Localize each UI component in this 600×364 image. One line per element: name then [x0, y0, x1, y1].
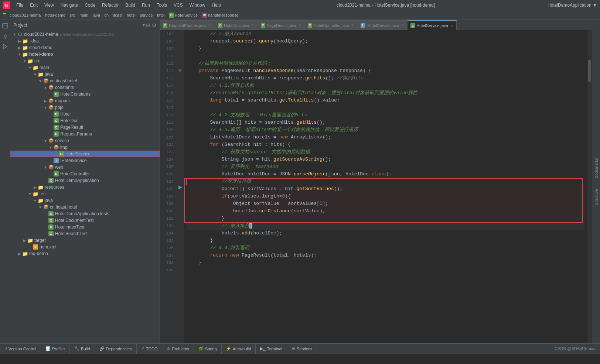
menu-code[interactable]: Code [82, 2, 98, 8]
tab-ihotelservice[interactable]: I IHotelService.java ✕ [358, 20, 408, 30]
collapse-all-icon[interactable]: ⊟ [146, 22, 150, 28]
tree-resources[interactable]: ▶ 📁 resources [10, 184, 160, 190]
code-line-128: Object[] sortValues = hit.getSortValues(… [187, 185, 584, 193]
sidebar-project-icon[interactable] [1, 21, 10, 30]
tree-hoteldoctest[interactable]: C HotelDocumentTest [10, 217, 160, 224]
scroll-track[interactable] [587, 30, 592, 343]
tree-hoteldemoapp[interactable]: C HotelDemoApplication [10, 177, 160, 184]
menu-edit[interactable]: Edit [27, 2, 41, 8]
tab-hotelcontroller[interactable]: C HotelController.java ✕ [305, 20, 358, 30]
tree-pojo[interactable]: ▼ 📦 pojo [10, 104, 160, 111]
tree-root[interactable]: ▼ ⬡ cloud2021-heima E:\idea-workspace\cl… [10, 31, 160, 38]
tree-hotelsearchtest-label: HotelSearchTest [55, 231, 88, 236]
tree-web[interactable]: ▼ 📦 web [10, 164, 160, 171]
menu-vcs[interactable]: VCS [171, 2, 186, 8]
spring-btn[interactable]: 🌿 Spring [194, 344, 222, 354]
breadcrumb-service[interactable]: service [140, 13, 153, 17]
tree-cn-itcast[interactable]: ▼ 📦 cn.itcast.hotel [10, 78, 160, 84]
tree-ihotelservice[interactable]: I IHotelService [10, 157, 160, 164]
build-btn[interactable]: 🔨 Build [70, 344, 95, 354]
tree-hotelcontroller[interactable]: C HotelController [10, 171, 160, 177]
breadcrumb-method[interactable]: handleResponse [208, 13, 239, 17]
tree-main[interactable]: ▼ 📁 main [10, 64, 160, 71]
sidebar-bookmarks-label[interactable]: Bookmarks [593, 157, 599, 180]
tree-arrow: ▶ [33, 185, 38, 189]
tree-java[interactable]: ▼ 📁 java [10, 71, 160, 78]
tree-hotelconstants[interactable]: C HotelConstants [10, 91, 160, 97]
version-control-btn[interactable]: ⑂ Version Control [0, 344, 41, 354]
tab-close-icon[interactable]: ✕ [351, 23, 354, 27]
tree-hotel-demo[interactable]: ▼ 📁 hotel-demo [10, 51, 160, 58]
tree-hotelsearchtest[interactable]: C HotelSearchTest [10, 230, 160, 237]
tree-requestparams[interactable]: C RequestParams [10, 131, 160, 137]
tab-pageresult[interactable]: C PageResult.java ✕ [258, 20, 305, 30]
tab-hoteldoc[interactable]: C HotelDoc.java ✕ [215, 20, 258, 30]
tree-test[interactable]: ▼ 📁 test [10, 190, 160, 197]
code-content[interactable]: 107 108 109 110 111 112 113 114 115 116 … [160, 30, 592, 343]
code-lines-wrapper[interactable]: // 7.放入source request.source().query(boo… [184, 30, 587, 343]
autobuild-btn[interactable]: ⚡ Auto-build [222, 344, 256, 354]
menu-tools[interactable]: Tools [154, 2, 170, 8]
tree-impl[interactable]: ▼ 📦 impl [10, 144, 160, 151]
tab-hotelservice[interactable]: C HotelService.java ✕ [408, 20, 457, 30]
menu-navigate[interactable]: Navigate [58, 2, 81, 8]
profile-selector[interactable]: HotelDemoApplication ▼ [548, 3, 597, 8]
breadcrumb-java[interactable]: java [93, 13, 100, 17]
breadcrumb-hotelservice[interactable]: HotelService [175, 13, 198, 17]
profiler-btn[interactable]: 📊 Profiler [41, 344, 70, 354]
sidebar-structure-label[interactable]: Structure [593, 187, 599, 207]
services-btn[interactable]: ☰ Services [287, 344, 317, 354]
problems-btn[interactable]: ⚠ Problems [162, 344, 194, 354]
tree-constants[interactable]: ▼ 📦 constants [10, 84, 160, 91]
tree-test-package[interactable]: ▼ 📦 cn.itcast.hotel [10, 204, 160, 210]
todo-btn[interactable]: ✓ TODO [137, 344, 163, 354]
tree-hotelindextest[interactable]: C HotelIndexTest [10, 224, 160, 230]
dependencies-btn[interactable]: 🔗 Dependencies [95, 344, 137, 354]
scroll-thumb[interactable] [588, 60, 591, 82]
menu-build[interactable]: Build [122, 2, 138, 8]
tab-close-icon[interactable]: ✕ [299, 23, 301, 27]
tab-close-icon[interactable]: ✕ [401, 23, 404, 27]
menu-refactor[interactable]: Refactor [99, 2, 122, 8]
breadcrumb-project[interactable]: cloud2021-heima [10, 13, 41, 17]
project-dropdown[interactable]: ▼ [142, 23, 146, 28]
breadcrumb-root[interactable]: ☰ [3, 13, 7, 17]
menu-bar[interactable]: File Edit View Navigate Code Refactor Bu… [13, 2, 224, 8]
tab-close-icon[interactable]: ✕ [252, 23, 255, 27]
breadcrumb-cn[interactable]: cn [105, 13, 109, 17]
tab-requestparams[interactable]: C RequestParams.java ✕ [160, 20, 215, 30]
code-line-124: String json = hit.getSourceAsString(); [187, 156, 584, 163]
tree-service[interactable]: ▼ 📦 service [10, 137, 160, 144]
tree-target[interactable]: ▶ 📁 target [10, 237, 160, 244]
breadcrumb-hotel-demo[interactable]: hotel-demo [45, 13, 65, 17]
test-class-icon: C [48, 217, 54, 223]
tree-cloud-demo[interactable]: ▶ 📁 cloud-demo [10, 44, 160, 51]
menu-run[interactable]: Run [139, 2, 153, 8]
tree-hotelservice[interactable]: C HotelService [10, 151, 160, 157]
breadcrumb-itcast[interactable]: itcast [113, 13, 123, 17]
breadcrumb-main[interactable]: main [79, 13, 88, 17]
tab-close-icon[interactable]: ✕ [209, 23, 212, 27]
menu-file[interactable]: File [13, 2, 26, 8]
menu-help[interactable]: Help [209, 2, 224, 8]
breadcrumb-src[interactable]: src [70, 13, 75, 17]
menu-view[interactable]: View [41, 2, 57, 8]
terminal-btn[interactable]: ▶_ Terminal [256, 344, 287, 354]
tree-src[interactable]: ▼ 📁 src [10, 58, 160, 64]
breadcrumb-impl[interactable]: impl [157, 13, 164, 17]
tab-close-icon[interactable]: ✕ [450, 24, 453, 28]
tree-hoteldemotest[interactable]: C HotelDemoApplicationTests [10, 210, 160, 217]
tree-mq-demo[interactable]: ▶ 📁 mq-demo [10, 250, 160, 257]
tree-pom[interactable]: X pom.xml [10, 244, 160, 250]
tree-idea[interactable]: ▶ 📁 .idea [10, 38, 160, 44]
tree-pageresult[interactable]: C PageResult [10, 124, 160, 131]
tree-mapper[interactable]: ▶ 📦 mapper [10, 97, 160, 104]
sidebar-run-icon[interactable] [1, 42, 10, 51]
tree-hoteldoc[interactable]: C HotelDoc [10, 117, 160, 124]
settings-icon[interactable]: ⚙ [152, 22, 157, 28]
sidebar-commit-icon[interactable] [1, 32, 10, 41]
tree-hotel[interactable]: C Hotel [10, 111, 160, 117]
menu-window[interactable]: Window [187, 2, 208, 8]
breadcrumb-hotel[interactable]: hotel [127, 13, 136, 17]
tree-test-java[interactable]: ▼ 📁 java [10, 197, 160, 204]
